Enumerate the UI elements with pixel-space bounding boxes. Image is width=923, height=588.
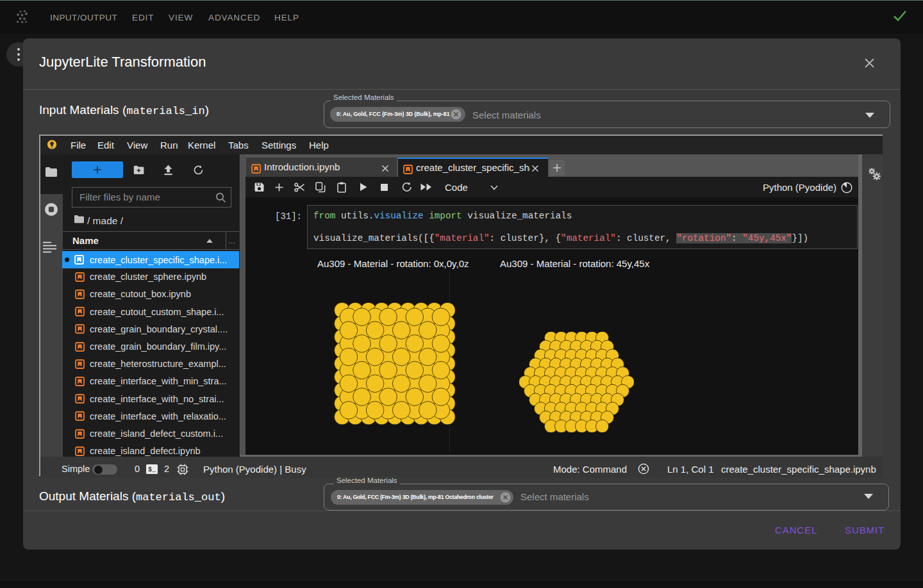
svg-text:$_: $_ [148,466,156,473]
